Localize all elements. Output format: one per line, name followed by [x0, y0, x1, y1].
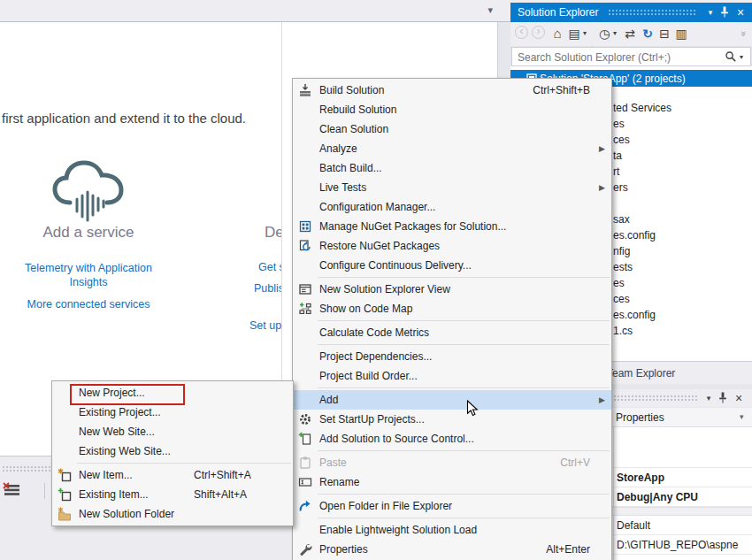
collapse-all-icon[interactable]: ⊟	[657, 26, 671, 42]
window-position-icon[interactable]: ▾	[703, 5, 717, 19]
switch-views-caret-icon[interactable]: ▾	[581, 26, 588, 42]
context-menu-item-project-dependencies[interactable]: Project Dependencies...	[293, 347, 611, 366]
menu-item-label: Existing Web Site...	[79, 441, 171, 461]
search-caret-icon[interactable]: ▾	[740, 53, 743, 61]
menu-separator	[318, 277, 610, 278]
add-submenu-item-existing-item[interactable]: Existing Item...Shift+Alt+A	[52, 485, 293, 504]
search-icon[interactable]	[725, 50, 737, 63]
context-menu-item-clean-solution[interactable]: Clean Solution	[293, 119, 611, 139]
context-menu-item-live-tests[interactable]: Live Tests▶	[293, 178, 611, 197]
tree-item-fragment[interactable]: ta	[613, 150, 622, 162]
setup-link-fragment[interactable]: Set up	[249, 319, 281, 332]
context-menu-item-rename[interactable]: Rename	[293, 472, 611, 492]
build-icon	[298, 83, 312, 97]
tree-item-fragment[interactable]: sax	[613, 213, 630, 226]
add-submenu-item-new-web-site[interactable]: New Web Site...	[52, 422, 293, 441]
menu-item-label: Analyze	[319, 139, 357, 158]
context-menu-item-batch-build[interactable]: Batch Build...	[293, 158, 611, 178]
clear-all-icon[interactable]	[3, 481, 24, 501]
publish-link-fragment[interactable]: Publis	[254, 282, 281, 295]
property-value[interactable]: Default	[617, 519, 650, 532]
context-menu-item-set-startup-projects[interactable]: Set StartUp Projects...	[293, 410, 611, 429]
context-menu-item-manage-nuget-packages-for-solution[interactable]: Manage NuGet Packages for Solution...	[293, 217, 611, 236]
tree-item-fragment[interactable]: ers	[613, 181, 628, 194]
pin-icon[interactable]	[716, 391, 730, 405]
more-connected-services-link[interactable]: More connected services	[9, 298, 168, 311]
pending-changes-caret-icon[interactable]: ▾	[611, 26, 618, 42]
start-page-heading: first application and extend it to the c…	[2, 111, 246, 126]
context-menu-item-restore-nuget-packages[interactable]: Restore NuGet Packages	[293, 236, 611, 256]
tree-item-fragment[interactable]: es	[613, 277, 625, 289]
get-started-link-fragment[interactable]: Get s	[258, 261, 281, 273]
tab-team-explorer[interactable]: Team Explorer	[607, 367, 675, 380]
context-menu-item-build-solution[interactable]: Build SolutionCtrl+Shift+B	[293, 81, 611, 100]
context-menu-item-add[interactable]: Add▶	[293, 390, 611, 410]
show-all-files-icon[interactable]: ▥	[674, 26, 688, 42]
window-position-icon[interactable]: ▾	[702, 391, 716, 405]
tree-item-fragment[interactable]: es.config	[613, 309, 656, 321]
menu-item-label: Build Solution	[319, 81, 384, 100]
back-icon[interactable]: ‹	[515, 26, 528, 39]
add-submenu-item-new-project[interactable]: New Project...	[52, 383, 293, 403]
tree-item-fragment[interactable]: ces	[613, 293, 630, 305]
context-menu-item-enable-lightweight-solution-load[interactable]: Enable Lightweight Solution Load	[293, 520, 611, 540]
menu-item-shortcut: Alt+Enter	[546, 540, 590, 559]
pending-changes-filter-icon[interactable]: ◷	[597, 26, 611, 42]
tree-item-fragment[interactable]: nfig	[613, 245, 630, 257]
context-menu-item-show-on-code-map[interactable]: Show on Code Map	[293, 299, 611, 318]
context-menu-item-calculate-code-metrics[interactable]: Calculate Code Metrics	[293, 323, 611, 342]
close-icon[interactable]: ×	[732, 391, 746, 405]
switch-views-icon[interactable]: ▤	[567, 26, 581, 42]
cloud-service-icon	[50, 157, 127, 224]
search-input[interactable]: Search Solution Explorer (Ctrl+;)	[518, 51, 671, 64]
pin-icon[interactable]	[717, 5, 732, 19]
menu-item-label: Configure Continuous Delivery...	[319, 256, 472, 275]
menu-item-shortcut: Ctrl+Shift+B	[533, 81, 590, 100]
context-menu-item-add-solution-to-source-control[interactable]: Add Solution to Source Control...	[293, 429, 611, 449]
property-value[interactable]: Debug|Any CPU	[617, 491, 698, 503]
solution-explorer-title: Solution Explorer	[518, 6, 598, 19]
search-box[interactable]: Search Solution Explorer (Ctrl+;) ▾	[511, 47, 751, 66]
context-menu-item-project-build-order[interactable]: Project Build Order...	[293, 366, 611, 386]
context-menu-item-properties[interactable]: PropertiesAlt+Enter	[293, 540, 611, 559]
menu-item-label: Project Dependencies...	[319, 347, 432, 366]
context-menu-item-configuration-manager[interactable]: Configuration Manager...	[293, 197, 611, 217]
forward-icon[interactable]: ›	[532, 26, 545, 39]
property-value[interactable]: StoreApp	[617, 472, 664, 484]
menu-separator	[318, 450, 610, 451]
refresh-icon[interactable]: ↻	[640, 26, 656, 42]
solution-explorer-titlebar[interactable]: Solution Explorer ▾ ×	[510, 3, 752, 22]
menu-separator	[318, 387, 610, 388]
tree-item-fragment[interactable]: ted Services	[613, 102, 671, 114]
context-menu-item-rebuild-solution[interactable]: Rebuild Solution	[293, 100, 611, 119]
menu-item-label: Rebuild Solution	[319, 100, 396, 119]
chevron-down-icon[interactable]: ▾	[487, 4, 493, 16]
menu-item-label: New Item...	[79, 465, 133, 485]
menu-item-label: Set StartUp Projects...	[319, 410, 425, 429]
add-submenu-item-new-item[interactable]: New Item...Ctrl+Shift+A	[52, 465, 293, 485]
close-icon[interactable]: ×	[733, 5, 748, 19]
menu-item-label: Enable Lightweight Solution Load	[319, 520, 477, 540]
tree-item-fragment[interactable]: 1.cs	[613, 325, 633, 337]
wrench-icon	[298, 542, 312, 556]
context-menu-item-analyze[interactable]: Analyze▶	[293, 139, 611, 158]
tree-item-fragment[interactable]: rt	[613, 165, 619, 178]
add-submenu-item-new-solution-folder[interactable]: New Solution Folder	[52, 504, 293, 524]
tree-item-fragment[interactable]: ests	[613, 261, 633, 273]
add-a-service-title[interactable]: Add a service	[0, 224, 177, 242]
context-menu-item-open-folder-in-file-explorer[interactable]: Open Folder in File Explorer	[293, 496, 611, 516]
sync-icon[interactable]: ⇄	[622, 26, 638, 42]
add-source-control-icon	[298, 432, 312, 446]
telemetry-link[interactable]: Telemetry with Application Insights	[9, 261, 168, 289]
home-icon[interactable]: ⌂	[550, 26, 564, 42]
property-value[interactable]: D:\GITHUB_REPO\aspne	[617, 539, 738, 551]
add-submenu-item-existing-project[interactable]: Existing Project...	[52, 403, 293, 422]
tree-item-fragment[interactable]: es	[613, 118, 625, 130]
overflow-icon[interactable]: »	[736, 28, 752, 39]
context-menu-item-new-solution-explorer-view[interactable]: New Solution Explorer View	[293, 280, 611, 299]
tree-item-fragment[interactable]: ces	[613, 134, 630, 146]
existing-item-icon	[58, 487, 72, 502]
tree-item-fragment[interactable]: es.config	[613, 229, 656, 242]
add-submenu-item-existing-web-site[interactable]: Existing Web Site...	[52, 441, 293, 461]
context-menu-item-configure-continuous-delivery[interactable]: Configure Continuous Delivery...	[293, 256, 611, 275]
